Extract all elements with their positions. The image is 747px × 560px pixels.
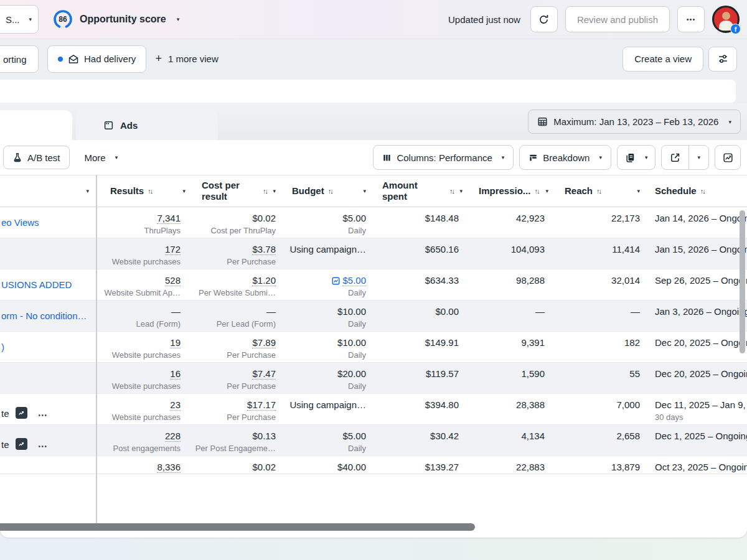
results-value[interactable]: 23 xyxy=(170,399,181,411)
row-menu-button[interactable]: ••• xyxy=(39,412,48,419)
boost-post-icon xyxy=(16,438,27,450)
impressions-value: — xyxy=(470,305,545,318)
table-row[interactable]: 16Website purchases $7.47Per Purchase $2… xyxy=(0,363,747,394)
date-range-dropdown[interactable]: Maximum: Jan 13, 2023 – Feb 13, 2026 ▾ xyxy=(528,110,741,134)
trend-chart-icon xyxy=(723,152,733,163)
ad-name-link[interactable]: ) xyxy=(1,342,4,352)
header-reach[interactable]: Reach ↑↓ ▾ xyxy=(556,175,647,207)
view-settings-button[interactable] xyxy=(708,47,737,72)
impressions-value: 4,134 xyxy=(470,429,545,442)
cost-value[interactable]: $3.78 xyxy=(252,244,276,255)
schedule-value: Jan 3, 2026 – Ongoing xyxy=(655,305,747,318)
results-value[interactable]: 228 xyxy=(165,431,181,442)
avatar[interactable]: f xyxy=(712,6,740,33)
ad-name-link[interactable]: orm - No condition… xyxy=(1,310,87,321)
updated-status: Updated just now xyxy=(448,14,520,25)
ad-name-cell xyxy=(0,363,96,393)
chevron-down-icon: ▾ xyxy=(697,154,700,161)
cost-value[interactable]: $7.47 xyxy=(252,368,276,380)
tab-ads[interactable]: Ads xyxy=(76,110,218,140)
chevron-down-icon: ▾ xyxy=(502,154,505,161)
ad-name-cell: te ••• xyxy=(0,425,96,455)
header-budget[interactable]: Budget ↑↓ ▾ xyxy=(283,175,374,207)
chevron-down-icon: ▾ xyxy=(363,185,366,197)
table-row[interactable]: 8,336 $0.02 $40.00 $139.27 22,883 13,879… xyxy=(0,456,747,474)
ad-name-cell xyxy=(0,456,96,474)
chevron-down-icon: ▾ xyxy=(29,16,32,22)
review-and-publish-button[interactable]: Review and publish xyxy=(565,6,670,32)
ad-name-link[interactable]: eo Views xyxy=(1,217,39,228)
header-results[interactable]: Results ↑↓ ▾ xyxy=(96,175,193,207)
ad-name-fragment: te xyxy=(1,408,9,419)
horizontal-scrollbar[interactable] xyxy=(0,523,475,531)
ad-name-cell: orm - No condition… xyxy=(0,301,96,331)
header-name-column[interactable]: ▾ xyxy=(0,175,96,207)
create-view-button[interactable]: Create a view xyxy=(622,47,703,72)
more-menu-button[interactable]: More ▾ xyxy=(85,152,118,163)
charts-button[interactable] xyxy=(715,145,741,170)
opportunity-score-value: 86 xyxy=(52,9,73,30)
header-cost-per-result[interactable]: Cost per result ↑↓ ▾ xyxy=(193,175,283,207)
table-row[interactable]: te ••• 23Website purchases $17.17Per Pur… xyxy=(0,394,747,425)
results-value[interactable]: 16 xyxy=(170,368,181,380)
header-amount-spent[interactable]: Amount spent ↑↓ ▾ xyxy=(374,175,470,207)
ad-name-cell: eo Views xyxy=(0,207,96,238)
header-impressions[interactable]: Impressio... ↑↓ ▾ xyxy=(470,175,556,207)
results-value[interactable]: 19 xyxy=(170,337,181,348)
row-menu-button[interactable]: ••• xyxy=(39,443,48,450)
table-row[interactable]: te ••• 228Post engagements $0.13Per Post… xyxy=(0,425,747,456)
table-row[interactable]: 172Website purchases $3.78Per Purchase U… xyxy=(0,238,747,269)
opportunity-score[interactable]: 86 Opportunity score ▾ xyxy=(52,9,179,30)
sort-icon: ↑↓ xyxy=(596,185,601,197)
export-options-button[interactable]: ▾ xyxy=(688,146,708,169)
tab-active[interactable] xyxy=(0,110,72,140)
budget-value: $40.00 xyxy=(283,460,366,474)
ads-table-card: A/B test More ▾ Columns: Performance ▾ xyxy=(0,140,747,538)
results-value[interactable]: 7,341 xyxy=(157,213,181,224)
results-value[interactable]: 528 xyxy=(165,275,181,286)
vertical-scrollbar[interactable] xyxy=(740,210,745,353)
more-options-button[interactable]: ••• xyxy=(677,6,705,32)
columns-dropdown[interactable]: Columns: Performance ▾ xyxy=(373,145,514,170)
sort-icon: ↑↓ xyxy=(534,185,538,197)
filter-input-bar[interactable] xyxy=(0,80,736,103)
filter-band xyxy=(0,78,747,104)
reach-value: — xyxy=(556,305,640,318)
budget-value-link[interactable]: $5.00 xyxy=(342,275,366,286)
budget-value: Using campaign… xyxy=(283,243,366,256)
results-value[interactable]: 172 xyxy=(165,244,181,255)
frozen-column-divider xyxy=(96,175,97,523)
flask-icon xyxy=(12,152,22,162)
amount-spent-value: $30.42 xyxy=(374,429,459,442)
table-row[interactable]: USIONS ADDED 528Website Submit Ap… $1.20… xyxy=(0,269,747,301)
advantage-budget-icon xyxy=(332,277,340,285)
breakdown-dropdown[interactable]: Breakdown ▾ xyxy=(519,145,611,170)
amount-spent-value: $650.16 xyxy=(374,243,459,256)
cost-value[interactable]: $17.17 xyxy=(247,399,276,411)
table-row[interactable]: eo Views 7,341ThruPlays $0.02Cost per Th… xyxy=(0,207,747,238)
refresh-button[interactable] xyxy=(530,6,558,32)
view-chip-had-delivery[interactable]: Had delivery xyxy=(47,45,146,73)
table-row[interactable]: orm - No condition… —Lead (Form) —Per Le… xyxy=(0,301,747,332)
export-icon xyxy=(670,152,680,163)
schedule-value: Jan 15, 2026 – Ongoing xyxy=(655,243,747,256)
ad-name-link[interactable]: USIONS ADDED xyxy=(1,279,72,290)
cost-value[interactable]: $7.89 xyxy=(252,337,276,348)
more-views-button[interactable]: + 1 more view xyxy=(155,52,218,65)
export-button[interactable] xyxy=(662,146,688,169)
amount-spent-value: $394.80 xyxy=(374,398,459,411)
campaign-selector-dropdown[interactable]: S... ▾ xyxy=(0,5,39,34)
table-row[interactable]: ) 19Website purchases $7.89Per Purchase … xyxy=(0,332,747,363)
breakdown-icon xyxy=(529,153,538,162)
refresh-icon xyxy=(538,14,549,25)
cost-value[interactable]: $1.20 xyxy=(252,275,276,286)
header-schedule[interactable]: Schedule ↑↓ xyxy=(647,175,747,207)
budget-value: $10.00 xyxy=(283,305,366,318)
view-chip-reporting[interactable]: orting xyxy=(0,45,39,73)
reports-dropdown[interactable]: ▾ xyxy=(617,145,656,170)
results-value[interactable]: 8,336 xyxy=(157,462,181,473)
ab-test-button[interactable]: A/B test xyxy=(3,146,70,169)
reach-value: 11,414 xyxy=(556,243,640,256)
budget-value: $5.00 xyxy=(283,212,366,225)
sort-icon: ↑↓ xyxy=(263,185,267,197)
